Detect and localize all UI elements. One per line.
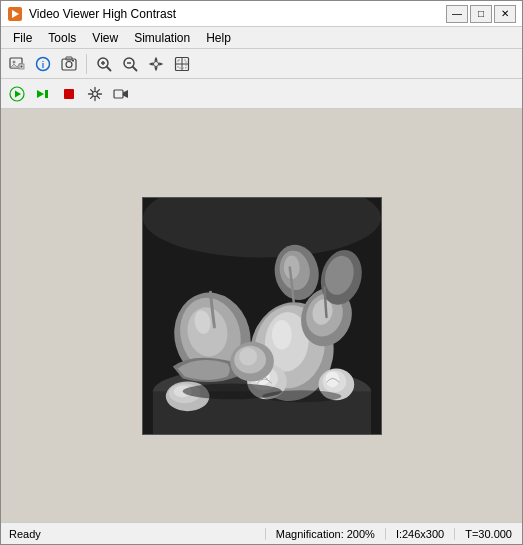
- status-image-size: I:246x300: [386, 528, 455, 540]
- main-window: Video Viewer High Contrast — □ ✕ File To…: [0, 0, 523, 545]
- info-button[interactable]: i: [31, 52, 55, 76]
- menubar: File Tools View Simulation Help: [1, 27, 522, 49]
- video-image: [143, 198, 381, 434]
- toolbar-playback: [1, 79, 522, 109]
- settings-button[interactable]: [83, 82, 107, 106]
- fit-button[interactable]: [170, 52, 194, 76]
- svg-rect-32: [114, 90, 123, 98]
- svg-line-20: [133, 67, 137, 71]
- svg-point-68: [262, 390, 341, 402]
- play-button[interactable]: [5, 82, 29, 106]
- maximize-button[interactable]: □: [470, 5, 492, 23]
- svg-point-46: [271, 319, 291, 349]
- status-magnification: Magnification: 200%: [266, 528, 386, 540]
- svg-point-31: [93, 91, 98, 96]
- content-area: [1, 109, 522, 522]
- window-controls: — □ ✕: [446, 5, 516, 23]
- status-time: T=30.000: [455, 528, 522, 540]
- menu-tools[interactable]: Tools: [40, 29, 84, 47]
- video-frame: [142, 197, 382, 435]
- toolbar-separator-1: [86, 54, 87, 74]
- svg-point-3: [13, 60, 16, 63]
- minimize-button[interactable]: —: [446, 5, 468, 23]
- svg-rect-30: [64, 89, 74, 99]
- svg-rect-29: [45, 90, 48, 98]
- snapshot-button[interactable]: [57, 52, 81, 76]
- svg-text:i: i: [42, 60, 45, 70]
- zoom-out-button[interactable]: [118, 52, 142, 76]
- close-button[interactable]: ✕: [494, 5, 516, 23]
- svg-marker-33: [123, 90, 128, 98]
- svg-point-52: [325, 371, 339, 387]
- svg-marker-27: [15, 90, 21, 97]
- svg-point-11: [66, 61, 72, 67]
- record-button[interactable]: [109, 82, 133, 106]
- toolbar-main: i: [1, 49, 522, 79]
- stop-button[interactable]: [57, 82, 81, 106]
- menu-simulation[interactable]: Simulation: [126, 29, 198, 47]
- title-bar: Video Viewer High Contrast — □ ✕: [1, 1, 522, 27]
- menu-help[interactable]: Help: [198, 29, 239, 47]
- menu-view[interactable]: View: [84, 29, 126, 47]
- statusbar: Ready Magnification: 200% I:246x300 T=30…: [1, 522, 522, 544]
- window-title: Video Viewer High Contrast: [29, 7, 446, 21]
- step-forward-button[interactable]: [31, 82, 55, 106]
- svg-rect-13: [72, 60, 74, 62]
- menu-file[interactable]: File: [5, 29, 40, 47]
- import-image-button[interactable]: [5, 52, 29, 76]
- zoom-in-button[interactable]: [92, 52, 116, 76]
- svg-point-58: [239, 347, 257, 365]
- svg-marker-28: [37, 90, 44, 98]
- pan-button[interactable]: [144, 52, 168, 76]
- status-ready-label: Ready: [1, 528, 266, 540]
- svg-point-21: [154, 61, 159, 66]
- app-icon: [7, 6, 23, 22]
- svg-line-17: [107, 67, 111, 71]
